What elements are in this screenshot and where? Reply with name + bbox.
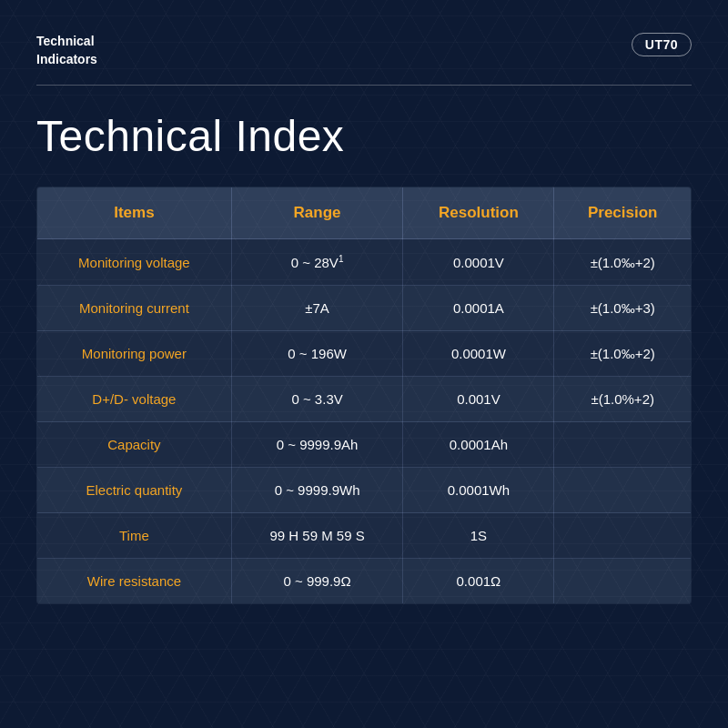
cell-range: 0 ~ 3.3V xyxy=(231,377,403,422)
cell-range: 0 ~ 999.9Ω xyxy=(231,559,403,604)
cell-items: Wire resistance xyxy=(37,559,232,604)
header-title: Technical Indicators xyxy=(36,33,97,68)
cell-precision: ±(1.0‰+2) xyxy=(554,331,692,377)
cell-resolution: 0.0001W xyxy=(403,331,554,377)
cell-precision xyxy=(554,468,692,513)
table-row: Wire resistance0 ~ 999.9Ω0.001Ω xyxy=(37,559,692,604)
cell-precision xyxy=(554,559,692,604)
cell-items: D+/D- voltage xyxy=(37,377,232,422)
cell-precision: ±(1.0%+2) xyxy=(554,377,692,422)
cell-items: Monitoring power xyxy=(37,331,232,377)
col-header-range: Range xyxy=(231,187,403,239)
cell-range: 99 H 59 M 59 S xyxy=(231,513,403,559)
cell-resolution: 0.001V xyxy=(403,377,554,422)
cell-precision: ±(1.0‰+2) xyxy=(554,239,692,286)
table-row: D+/D- voltage0 ~ 3.3V0.001V±(1.0%+2) xyxy=(37,377,692,422)
col-header-items: Items xyxy=(37,187,232,239)
cell-items: Electric quantity xyxy=(37,468,232,513)
col-header-precision: Precision xyxy=(554,187,692,239)
cell-items: Capacity xyxy=(37,422,232,468)
cell-items: Time xyxy=(37,513,232,559)
header: Technical Indicators UT70 xyxy=(36,33,692,68)
cell-items: Monitoring voltage xyxy=(37,239,232,286)
table-row: Monitoring voltage0 ~ 28V10.0001V±(1.0‰+… xyxy=(37,239,692,286)
cell-resolution: 0.0001A xyxy=(403,286,554,331)
cell-resolution: 0.001Ω xyxy=(403,559,554,604)
table-header-row: Items Range Resolution Precision xyxy=(37,187,692,239)
cell-resolution: 0.0001Ah xyxy=(403,422,554,468)
table-row: Time99 H 59 M 59 S1S xyxy=(37,513,692,559)
cell-resolution: 0.0001V xyxy=(403,239,554,286)
header-divider xyxy=(36,85,692,86)
table-row: Monitoring current±7A0.0001A±(1.0‰+3) xyxy=(37,286,692,331)
cell-range: 0 ~ 28V1 xyxy=(231,239,403,286)
table-row: Electric quantity0 ~ 9999.9Wh0.0001Wh xyxy=(37,468,692,513)
cell-range: ±7A xyxy=(231,286,403,331)
cell-resolution: 1S xyxy=(403,513,554,559)
cell-range: 0 ~ 9999.9Wh xyxy=(231,468,403,513)
cell-items: Monitoring current xyxy=(37,286,232,331)
cell-precision xyxy=(554,422,692,468)
cell-resolution: 0.0001Wh xyxy=(403,468,554,513)
table-row: Monitoring power0 ~ 196W0.0001W±(1.0‰+2) xyxy=(37,331,692,377)
cell-range: 0 ~ 9999.9Ah xyxy=(231,422,403,468)
model-badge: UT70 xyxy=(632,33,692,56)
col-header-resolution: Resolution xyxy=(403,187,554,239)
cell-precision: ±(1.0‰+3) xyxy=(554,286,692,331)
table-row: Capacity0 ~ 9999.9Ah0.0001Ah xyxy=(37,422,692,468)
page-title: Technical Index xyxy=(36,111,692,161)
technical-table-wrapper: Items Range Resolution Precision Monitor… xyxy=(36,187,692,701)
cell-precision xyxy=(554,513,692,559)
technical-index-table: Items Range Resolution Precision Monitor… xyxy=(36,187,692,604)
cell-range: 0 ~ 196W xyxy=(231,331,403,377)
